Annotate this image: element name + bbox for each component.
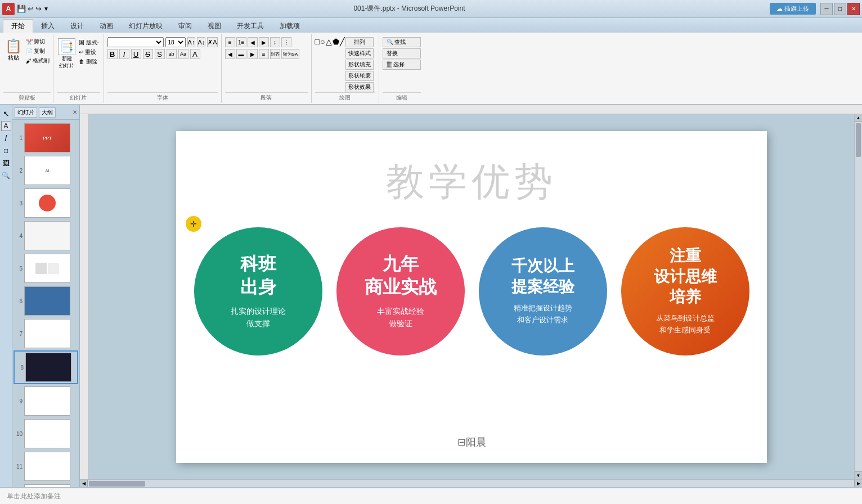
scroll-right-btn[interactable]: ▶ [854,480,862,488]
hscroll-thumb[interactable] [89,481,145,487]
scroll-left-btn[interactable]: ◀ [80,480,88,488]
paragraph-group-label: 段落 [225,92,308,102]
tab-developer[interactable]: 开发工具 [229,20,272,33]
zoom-in-tool[interactable]: 🔍 [1,170,11,181]
slide-thumb-6[interactable]: 6 [14,285,78,317]
scroll-down-btn[interactable]: ▼ [855,471,862,479]
numbering-button[interactable]: 1≡ [236,37,246,47]
circle-4[interactable]: 注重设计思维培养 从菜鸟到设计总监和学生感同身受 [621,227,749,356]
layout-button[interactable]: 国 版式· [78,38,100,47]
increase-font-button[interactable]: A↑ [187,37,196,47]
shadow-button[interactable]: S [155,49,165,59]
tab-start[interactable]: 开始 [3,19,33,33]
tab-view[interactable]: 视图 [200,20,229,33]
font-size-select[interactable]: 18 [165,37,186,47]
bullets-button[interactable]: ≡ [225,37,235,47]
char-spacing-button[interactable]: ab [167,49,177,59]
maximize-button[interactable]: □ [834,3,846,15]
slide-thumb-10[interactable]: 10 [14,418,78,449]
find-button[interactable]: 🔍 查找 [383,37,421,47]
cloud-upload-btn[interactable]: ☁ 插旗上传 [770,3,816,15]
shapes-palette[interactable]: □ ○ △ ⬟ ╱ [315,37,344,92]
italic-button[interactable]: I [119,49,129,59]
slide-thumb-12[interactable]: 12 [14,483,78,487]
circle-1[interactable]: 科班出身 扎实的设计理论做支撑 [194,227,322,356]
circle-4-sub: 从菜鸟到设计总监和学生感同身受 [656,313,715,336]
shape-tool[interactable]: □ [1,146,11,156]
close-button[interactable]: ✕ [847,3,860,15]
vertical-scrollbar[interactable]: ▲ ▼ [854,114,862,479]
font-name-select[interactable] [107,37,164,47]
delete-button[interactable]: 🗑 删除 [78,57,100,66]
outline-view-btn[interactable]: 大纲 [39,107,56,118]
paste-button[interactable]: 📋 粘贴 [3,37,24,63]
new-slide-button[interactable]: 📑 新建幻灯片 [57,37,77,71]
format-painter-button[interactable]: 🖌格式刷 [25,56,51,65]
slide-title[interactable]: 教学优势 [386,156,557,208]
slide-thumb-4[interactable]: 4 [14,220,78,251]
shape-effect-button[interactable]: 形状效果 [345,82,374,92]
decrease-indent-button[interactable]: ◀ [248,37,258,47]
line-tool[interactable]: / [1,133,11,143]
slide-thumb-2[interactable]: 2 AI [14,155,78,186]
underline-button[interactable]: U [131,49,141,59]
ribbon-tabs: 开始 插入 设计 动画 幻灯片放映 审阅 视图 开发工具 加载项 [0,18,862,33]
arrange-button[interactable]: 排列 [345,37,374,47]
notes-area[interactable]: 单击此处添加备注 [0,487,862,504]
smartart-button[interactable]: 转为SA [281,49,300,59]
slide-thumb-7[interactable]: 7 [14,318,78,349]
scroll-up-btn[interactable]: ▲ [855,114,862,122]
justify-button[interactable]: ≡ [259,49,269,59]
minimize-button[interactable]: ─ [820,3,833,15]
align-left-button[interactable]: ◀ [225,49,235,59]
font-color-button[interactable]: A [190,49,200,59]
slide-editing-area: 教学优势 ✛ 科班出身 扎实的设计理论做支撑 [80,105,862,487]
slide-panel: 幻灯片 大纲 ✕ 1 PPT 2 AI [12,105,80,487]
copy-button[interactable]: 📄复制 [25,47,51,56]
tab-addins[interactable]: 加载项 [272,20,308,33]
scroll-thumb[interactable] [856,123,861,157]
redo-button[interactable]: ↪ [35,4,42,13]
select-button[interactable]: ▦ 选择 [383,60,421,70]
text-tool[interactable]: A [1,121,11,131]
strikethrough-button[interactable]: S [143,49,153,59]
decrease-font-button[interactable]: A↓ [197,37,205,47]
slide-canvas[interactable]: 教学优势 ✛ 科班出身 扎实的设计理论做支撑 [176,131,767,463]
tab-animation[interactable]: 动画 [92,20,121,33]
clear-format-button[interactable]: ✗A [207,37,217,47]
align-text-button[interactable]: 对齐 [270,49,280,59]
arrow-tool[interactable]: ↖ [1,109,11,119]
slide-thumb-8[interactable]: 8 [14,350,78,384]
quick-styles-button[interactable]: 快速样式 [345,48,374,58]
slide-thumb-3[interactable]: 3 [14,187,78,219]
cut-button[interactable]: ✂️剪切 [25,37,51,46]
bold-button[interactable]: B [107,49,118,59]
undo-button[interactable]: ↩ [28,4,34,13]
line-spacing-button[interactable]: ↕ [270,37,280,47]
circle-3[interactable]: 千次以上提案经验 精准把握设计趋势和客户设计需求 [479,227,607,356]
increase-indent-button[interactable]: ▶ [259,37,269,47]
tab-review[interactable]: 审阅 [170,20,200,33]
slides-view-btn[interactable]: 幻灯片 [15,107,37,118]
columns-button[interactable]: ⋮ [281,37,291,47]
uppercase-button[interactable]: Aa [178,49,188,59]
shape-fill-button[interactable]: 形状填充 [345,60,374,70]
align-center-button[interactable]: ▬ [236,49,246,59]
tab-slideshow[interactable]: 幻灯片放映 [121,20,170,33]
save-button[interactable]: 💾 [17,4,26,13]
slide-thumb-5[interactable]: 5 [14,253,78,284]
circle-2[interactable]: 九年商业实战 丰富实战经验做验证 [336,227,465,356]
dropdown-arrow[interactable]: ▼ [43,6,49,12]
replace-button[interactable]: 替换 [383,48,421,58]
slide-thumb-1[interactable]: 1 PPT [14,122,78,154]
image-tool[interactable]: 🖼 [1,158,11,168]
shape-outline-button[interactable]: 形状轮廓 [345,71,374,81]
reset-button[interactable]: ↩ 重设 [78,48,100,57]
horizontal-scrollbar[interactable]: ◀ ▶ [80,479,862,487]
slide-thumb-11[interactable]: 11 [14,451,78,482]
tab-insert[interactable]: 插入 [33,20,62,33]
close-panel-btn[interactable]: ✕ [73,109,77,115]
tab-design[interactable]: 设计 [62,20,92,33]
slide-thumb-9[interactable]: 9 [14,385,78,417]
align-right-button[interactable]: ▶ [248,49,258,59]
